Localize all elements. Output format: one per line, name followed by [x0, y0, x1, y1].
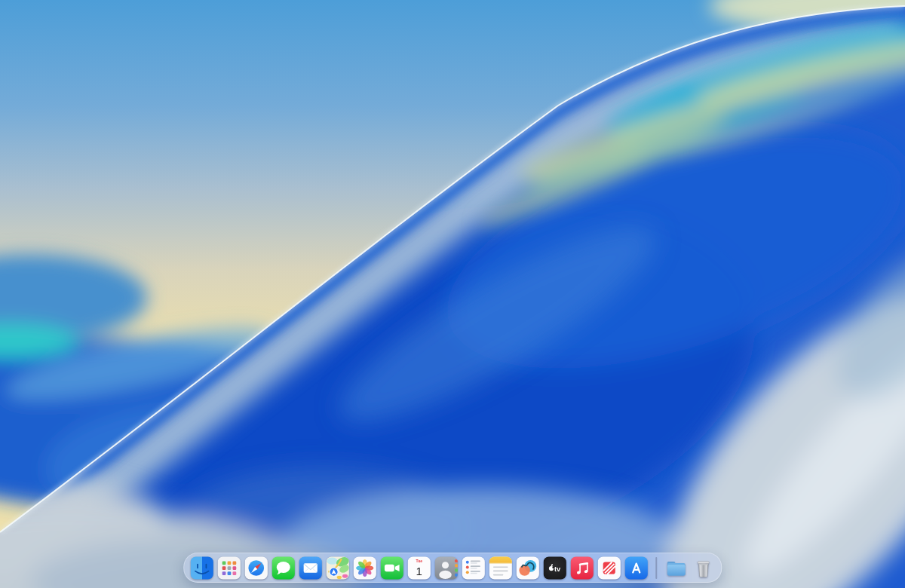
freeform-icon: [516, 556, 539, 580]
dock-item-reminders[interactable]: [462, 556, 485, 580]
dock-item-facetime[interactable]: [380, 556, 403, 580]
safari-icon: [244, 556, 268, 580]
photos-icon: [353, 556, 376, 580]
dock-item-finder[interactable]: [190, 556, 213, 580]
dock-item-messages[interactable]: [272, 556, 295, 580]
mail-icon: [299, 556, 322, 580]
news-icon: [597, 556, 621, 580]
notes-icon: [489, 556, 512, 580]
reminders-icon: [462, 556, 485, 580]
downloads-folder-icon: [664, 556, 688, 580]
messages-icon: [272, 556, 295, 580]
svg-text:Tue: Tue: [416, 559, 423, 563]
dock-item-trash[interactable]: [692, 556, 715, 580]
dock-item-maps[interactable]: [326, 556, 349, 580]
music-icon: [570, 556, 594, 580]
dock-item-photos[interactable]: [353, 556, 376, 580]
dock-item-safari[interactable]: [244, 556, 268, 580]
calendar-icon: Tue1: [407, 556, 431, 580]
dock: Tue1tv: [183, 553, 722, 583]
contacts-icon: [434, 556, 458, 580]
dock-item-appstore[interactable]: [624, 556, 648, 580]
dock-item-music[interactable]: [570, 556, 594, 580]
wallpaper-image: [0, 0, 905, 588]
dock-item-contacts[interactable]: [434, 556, 458, 580]
dock-item-mail[interactable]: [299, 556, 322, 580]
dock-item-freeform[interactable]: [516, 556, 539, 580]
appletv-icon: tv: [543, 556, 566, 580]
dock-item-launchpad[interactable]: [217, 556, 241, 580]
trash-icon: [692, 556, 715, 580]
svg-text:1: 1: [416, 564, 422, 577]
dock-item-news[interactable]: [597, 556, 621, 580]
maps-icon: [326, 556, 349, 580]
dock-item-appletv[interactable]: tv: [543, 556, 566, 580]
dock-item-notes[interactable]: [489, 556, 512, 580]
dock-item-calendar[interactable]: Tue1: [407, 556, 431, 580]
appstore-icon: [624, 556, 648, 580]
svg-text:tv: tv: [554, 565, 561, 572]
dock-item-downloads[interactable]: [664, 556, 688, 580]
finder-icon: [190, 556, 213, 580]
facetime-icon: [380, 556, 403, 580]
launchpad-icon: [217, 556, 241, 580]
dock-divider: [655, 557, 657, 579]
